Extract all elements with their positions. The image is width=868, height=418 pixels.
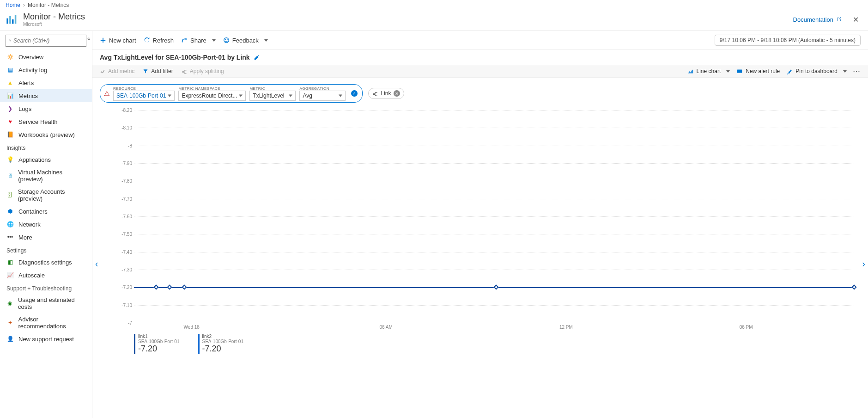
- add-filter-button[interactable]: Add filter: [143, 68, 173, 74]
- sidebar-item-more[interactable]: •••More: [0, 231, 92, 244]
- add-metric-icon: [100, 68, 105, 74]
- split-tag: Link ✕: [368, 88, 404, 99]
- remove-tag-button[interactable]: ✕: [394, 90, 400, 97]
- search-input[interactable]: [13, 37, 83, 44]
- split-tag-label: Link: [381, 90, 391, 97]
- page-title: Monitor - Metrics: [23, 12, 85, 22]
- metric-label: METRIC: [249, 86, 296, 91]
- pin-icon: [786, 68, 793, 74]
- chart-type-button[interactable]: Line chart: [687, 68, 730, 74]
- more-icon: •••: [6, 234, 14, 241]
- sidebar: « 🔅Overview ▤Activity log ▲Alerts 📊Metri…: [0, 31, 92, 418]
- search-icon: [9, 38, 12, 43]
- workbooks-icon: 📙: [6, 131, 14, 138]
- svg-point-6: [224, 38, 229, 43]
- svg-rect-9: [737, 70, 742, 73]
- chart-x-axis: Wed 1806 AM12 PM06 PM: [134, 325, 854, 332]
- add-metric-button[interactable]: Add metric: [100, 68, 134, 74]
- logs-icon: ❯: [6, 105, 14, 112]
- svg-rect-3: [15, 15, 17, 24]
- sidebar-item-workbooks[interactable]: 📙Workbooks (preview): [0, 128, 92, 141]
- legend-item-link1[interactable]: link1 SEA-100Gb-Port-01 -7.20: [134, 334, 180, 354]
- network-icon: 🌐: [6, 221, 14, 228]
- sidebar-group-insights: Insights: [0, 141, 92, 153]
- overview-icon: 🔅: [6, 53, 14, 61]
- chart-canvas[interactable]: -8.20-8.10-8-7.90-7.80-7.70-7.60-7.50-7.…: [115, 110, 854, 323]
- feedback-button[interactable]: Feedback: [223, 37, 268, 44]
- chart-next-button[interactable]: ›: [862, 258, 865, 269]
- namespace-selector[interactable]: ExpressRoute Direct...: [178, 91, 246, 101]
- chart-title: Avg TxLightLevel for SEA-100Gb-Port-01 b…: [100, 54, 250, 61]
- metric-selector[interactable]: TxLightLevel: [249, 91, 296, 101]
- warning-icon: ⚠: [102, 90, 111, 97]
- svg-point-8: [227, 39, 228, 40]
- sidebar-item-metrics[interactable]: 📊Metrics: [0, 89, 92, 102]
- top-toolbar: New chart Refresh Share Feedback 9/17 10…: [92, 31, 868, 50]
- line-chart-icon: [687, 68, 694, 74]
- sidebar-item-vms[interactable]: 🖥Virtual Machines (preview): [0, 166, 92, 185]
- apply-splitting-button[interactable]: Apply splitting: [182, 68, 224, 74]
- resource-selector[interactable]: SEA-100Gb-Port-01: [113, 91, 175, 101]
- activity-log-icon: ▤: [6, 66, 14, 74]
- svg-line-5: [10, 41, 11, 42]
- vm-icon: 🖥: [6, 172, 13, 179]
- refresh-button[interactable]: Refresh: [144, 37, 174, 44]
- pin-button[interactable]: Pin to dashboard: [786, 68, 847, 74]
- sidebar-item-alerts[interactable]: ▲Alerts: [0, 76, 92, 89]
- documentation-link[interactable]: Documentation: [793, 16, 842, 23]
- chart-prev-button[interactable]: ‹: [95, 258, 98, 269]
- share-button[interactable]: Share: [181, 37, 216, 44]
- refresh-icon: [144, 37, 150, 43]
- sidebar-item-activity-log[interactable]: ▤Activity log: [0, 63, 92, 76]
- breadcrumb-sep: ›: [23, 2, 25, 8]
- filter-icon: [143, 68, 148, 74]
- plus-icon: [100, 37, 106, 43]
- more-menu-button[interactable]: ···: [853, 68, 861, 74]
- sidebar-item-network[interactable]: 🌐Network: [0, 218, 92, 231]
- sidebar-item-applications[interactable]: 💡Applications: [0, 153, 92, 166]
- breadcrumb: Home › Monitor - Metrics: [0, 0, 868, 10]
- breadcrumb-home[interactable]: Home: [6, 2, 20, 8]
- namespace-label: METRIC NAMESPACE: [178, 86, 246, 91]
- svg-point-4: [9, 40, 11, 41]
- sidebar-item-support-request[interactable]: 👤New support request: [0, 332, 92, 345]
- sidebar-item-logs[interactable]: ❯Logs: [0, 102, 92, 115]
- page-subtitle: Microsoft: [23, 22, 85, 27]
- sidebar-item-containers[interactable]: ⬢Containers: [0, 205, 92, 218]
- resource-label: RESOURCE: [113, 86, 175, 91]
- sidebar-item-storage[interactable]: 🗄Storage Accounts (preview): [0, 185, 92, 205]
- metric-selector-row: ⚠ RESOURCE SEA-100Gb-Port-01 METRIC NAME…: [92, 78, 868, 105]
- time-range-picker[interactable]: 9/17 10:06 PM - 9/18 10:06 PM (Automatic…: [715, 35, 861, 46]
- chart-area: ‹ › -8.20-8.10-8-7.90-7.80-7.70-7.60-7.5…: [92, 105, 868, 418]
- svg-point-7: [225, 39, 226, 40]
- metric-selector-pill: ⚠ RESOURCE SEA-100Gb-Port-01 METRIC NAME…: [100, 84, 363, 103]
- usage-icon: ◉: [6, 300, 13, 307]
- svg-rect-1: [9, 16, 11, 24]
- metrics-icon: 📊: [6, 92, 14, 99]
- storage-icon: 🗄: [6, 191, 13, 199]
- applications-icon: 💡: [6, 156, 14, 163]
- new-alert-button[interactable]: New alert rule: [736, 68, 780, 74]
- confirm-icon[interactable]: [351, 90, 358, 97]
- chart-legend: link1 SEA-100Gb-Port-01 -7.20 link2 SEA-…: [134, 334, 854, 354]
- metric-toolbar: Add metric Add filter Apply splitting Li…: [92, 65, 868, 78]
- sidebar-item-diagnostics[interactable]: ◧Diagnostics settings: [0, 256, 92, 269]
- sidebar-item-advisor[interactable]: ✦Advisor recommendations: [0, 313, 92, 332]
- sidebar-item-overview[interactable]: 🔅Overview: [0, 50, 92, 63]
- alert-icon: [736, 68, 743, 74]
- autoscale-icon: 📈: [6, 271, 14, 279]
- main-content: New chart Refresh Share Feedback 9/17 10…: [92, 31, 868, 418]
- splitting-icon: [182, 68, 187, 74]
- legend-item-link2[interactable]: link2 SEA-100Gb-Port-01 -7.20: [198, 334, 244, 354]
- close-button[interactable]: ✕: [849, 13, 862, 26]
- service-health-icon: ♥: [6, 118, 14, 125]
- edit-title-icon[interactable]: [254, 54, 260, 61]
- sidebar-search[interactable]: [6, 35, 86, 47]
- sidebar-item-autoscale[interactable]: 📈Autoscale: [0, 269, 92, 282]
- sidebar-item-service-health[interactable]: ♥Service Health: [0, 115, 92, 128]
- new-chart-button[interactable]: New chart: [100, 37, 136, 44]
- sidebar-item-usage[interactable]: ◉Usage and estimated costs: [0, 294, 92, 313]
- aggregation-selector[interactable]: Avg: [299, 91, 346, 101]
- breadcrumb-current: Monitor - Metrics: [28, 2, 69, 8]
- sidebar-collapse-icon[interactable]: «: [87, 36, 90, 41]
